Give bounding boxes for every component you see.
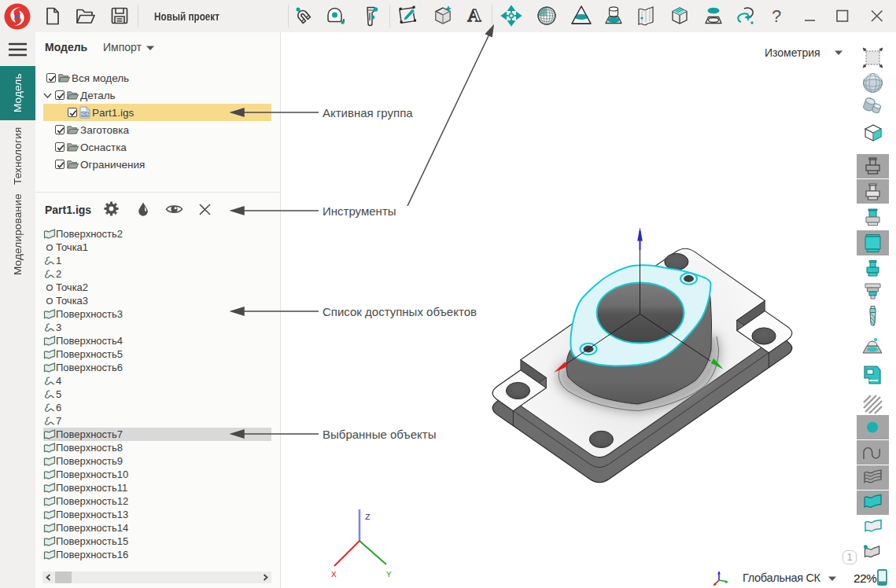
svg-text:IGS: IGS (81, 112, 89, 116)
svg-text:X: X (331, 570, 337, 579)
svg-text:Y: Y (386, 570, 392, 579)
svg-text:Z: Z (365, 513, 371, 522)
svg-text:A: A (467, 5, 481, 25)
